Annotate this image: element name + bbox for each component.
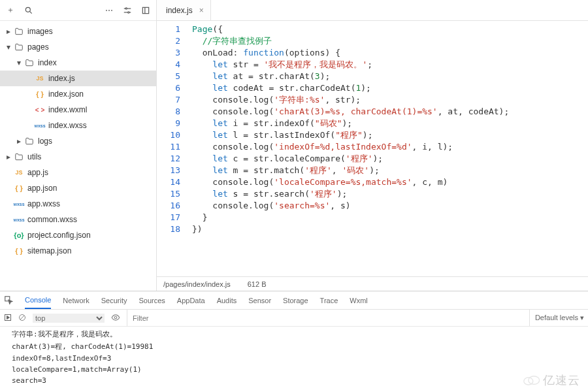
devtools-tab-appdata[interactable]: AppData [177, 297, 205, 304]
tree-item-sitemap-json[interactable]: { }sitemap.json [0, 243, 156, 259]
tree-item-index[interactable]: ▾index [0, 55, 156, 71]
status-size: 612 B [248, 280, 267, 288]
wxss-icon: wxss [34, 123, 46, 128]
tree-item-label: images [27, 27, 53, 36]
code-content[interactable]: Page({ //字符串查找例子 onLoad: function(option… [187, 21, 509, 276]
devtools-tab-console[interactable]: Console [25, 296, 51, 309]
console-line: 字符串:我不是程序，我是码农。 [0, 328, 588, 340]
editor-pane: index.js × 123456789101112131415161718 P… [157, 0, 588, 291]
tab-index-js[interactable]: index.js × [157, 0, 211, 20]
wxss-icon: wxss [13, 202, 25, 206]
twisty-icon[interactable]: ▾ [4, 42, 13, 52]
file-tree[interactable]: ▸images▾pages▾indexJSindex.js{ }index.js… [0, 21, 156, 291]
tree-item-label: pages [27, 42, 49, 52]
filter-input[interactable] [127, 310, 523, 326]
js-icon: JS [13, 169, 25, 176]
tree-item-label: index [38, 58, 57, 67]
tree-item-label: sitemap.json [27, 246, 71, 255]
json-icon: { } [13, 184, 25, 192]
new-file-button[interactable]: ＋ [1, 1, 20, 20]
svg-point-15 [529, 376, 540, 385]
folder-icon [24, 137, 35, 146]
element-picker-icon[interactable] [4, 295, 13, 306]
svg-line-12 [20, 316, 24, 319]
tree-item-images[interactable]: ▸images [0, 24, 156, 39]
settings-sliders-icon[interactable] [118, 1, 137, 20]
wxss-icon: wxss [13, 218, 25, 222]
tree-item-label: common.wxss [27, 215, 77, 224]
console-line: localeCompare=1,match=Array(1) [0, 364, 588, 375]
svg-marker-10 [7, 316, 10, 319]
tree-item-label: logs [38, 137, 52, 146]
js-icon: JS [34, 75, 46, 82]
folder-icon [13, 42, 25, 52]
tree-item-index-js[interactable]: JSindex.js [0, 71, 156, 86]
context-select[interactable]: top [33, 314, 105, 323]
tree-item-app-wxss[interactable]: wxssapp.wxss [0, 196, 156, 212]
twisty-icon[interactable]: ▾ [14, 58, 24, 67]
svg-point-4 [125, 7, 127, 8]
tree-item-common-wxss[interactable]: wxsscommon.wxss [0, 212, 156, 227]
devtools-panel: ConsoleNetworkSecuritySourcesAppDataAudi… [0, 291, 588, 392]
json-g-icon: {o} [13, 231, 25, 239]
log-levels-select[interactable]: Default levels ▾ [529, 310, 584, 326]
play-icon[interactable] [4, 314, 12, 323]
tree-item-label: app.js [27, 168, 48, 177]
console-output[interactable]: 字符串:我不是程序，我是码农。charAt(3)=程, charCodeAt(1… [0, 327, 588, 392]
tree-item-label: app.wxss [27, 199, 60, 208]
console-toolbar: top Default levels ▾ [0, 310, 588, 327]
tree-item-index-wxml[interactable]: < >index.wxml [0, 102, 156, 118]
devtools-tab-storage[interactable]: Storage [283, 297, 308, 304]
collapse-tree-icon[interactable] [137, 1, 155, 20]
eye-icon[interactable] [111, 313, 120, 323]
tree-item-label: app.json [27, 184, 57, 193]
tree-item-logs[interactable]: ▸logs [0, 133, 156, 149]
devtools-tab-sources[interactable]: Sources [139, 297, 165, 304]
devtools-tab-audits[interactable]: Audits [217, 297, 237, 304]
devtools-tabs: ConsoleNetworkSecuritySourcesAppDataAudi… [0, 291, 588, 310]
svg-line-1 [29, 11, 31, 13]
console-line: indexOf=8,lastIndexOf=3 [0, 353, 588, 364]
folder-icon [13, 27, 25, 36]
tree-item-index-json[interactable]: { }index.json [0, 86, 156, 102]
tree-item-project-config-json[interactable]: {o}project.config.json [0, 227, 156, 243]
folder-icon [13, 152, 25, 161]
twisty-icon[interactable]: ▸ [4, 152, 13, 161]
devtools-tab-security[interactable]: Security [101, 297, 127, 304]
devtools-tab-network[interactable]: Network [63, 297, 89, 304]
svg-rect-6 [142, 7, 148, 13]
twisty-icon[interactable]: ▸ [4, 27, 13, 36]
status-bar: /pages/index/index.js 612 B [157, 276, 588, 291]
more-icon[interactable]: ⋯ [100, 1, 118, 20]
search-button[interactable] [20, 1, 38, 20]
watermark: 亿速云 [522, 372, 580, 388]
console-line: search=3 [0, 375, 588, 386]
console-line: charAt(3)=程, charCodeAt(1)=19981 [0, 340, 588, 353]
svg-point-13 [114, 316, 117, 319]
svg-point-5 [128, 11, 129, 12]
folder-icon [24, 58, 35, 67]
file-explorer: ＋ ⋯ ▸images▾pages▾indexJSindex.js{ }inde… [0, 0, 157, 291]
devtools-tab-sensor[interactable]: Sensor [248, 297, 271, 304]
twisty-icon[interactable]: ▸ [14, 137, 24, 146]
editor-tabs: index.js × [157, 0, 588, 21]
close-icon[interactable]: × [199, 6, 204, 15]
tree-item-label: utils [27, 152, 41, 161]
tree-item-utils[interactable]: ▸utils [0, 149, 156, 165]
tree-item-index-wxss[interactable]: wxssindex.wxss [0, 118, 156, 133]
xml-icon: < > [34, 106, 46, 114]
tree-item-label: project.config.json [27, 231, 91, 240]
tree-item-label: index.wxml [48, 105, 87, 114]
tree-item-app-js[interactable]: JSapp.js [0, 165, 156, 180]
tree-item-label: index.json [48, 90, 84, 99]
explorer-toolbar: ＋ ⋯ [0, 0, 156, 21]
tree-item-app-json[interactable]: { }app.json [0, 180, 156, 196]
clear-console-icon[interactable] [18, 314, 26, 323]
devtools-tab-trace[interactable]: Trace [320, 297, 338, 304]
tab-title: index.js [166, 6, 193, 15]
devtools-tab-wxml[interactable]: Wxml [350, 297, 368, 304]
code-editor[interactable]: 123456789101112131415161718 Page({ //字符串… [157, 21, 588, 276]
json-icon: { } [13, 247, 25, 255]
tree-item-label: index.wxss [48, 121, 87, 130]
tree-item-pages[interactable]: ▾pages [0, 39, 156, 55]
